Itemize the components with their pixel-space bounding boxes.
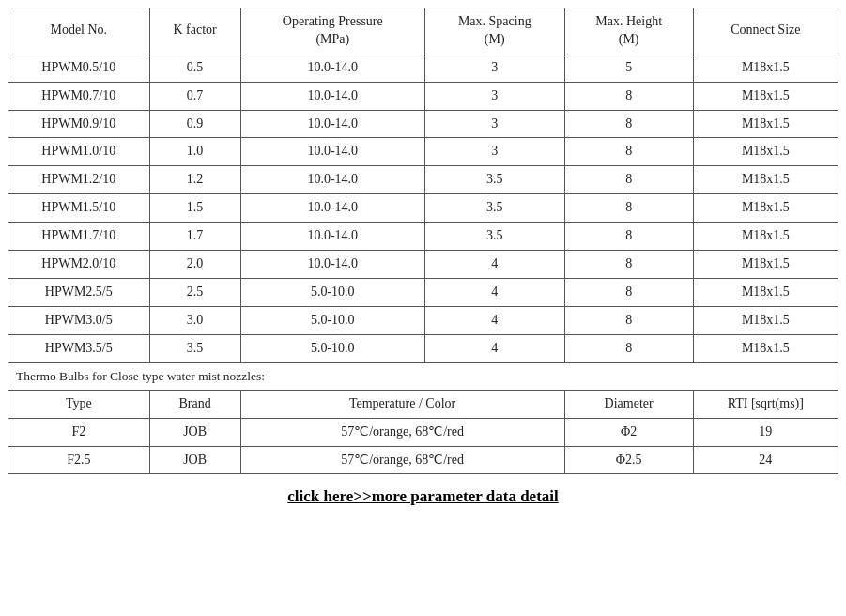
table-row: HPWM2.0/10 2.0 10.0-14.0 4 8 M18x1.5 [8,251,838,279]
cell-connect: M18x1.5 [693,54,838,82]
col-height: Max. Height(M) [564,8,693,54]
sub-cell-rti: 19 [693,418,838,446]
sub-col-temp: Temperature / Color [240,390,564,418]
cell-model: HPWM1.2/10 [8,166,150,194]
sub-col-type: Type [8,390,150,418]
cell-k: 2.0 [149,251,240,279]
table-row: HPWM1.2/10 1.2 10.0-14.0 3.5 8 M18x1.5 [8,166,838,194]
cell-k: 1.5 [149,194,240,223]
table-row: HPWM0.9/10 0.9 10.0-14.0 3 8 M18x1.5 [8,110,838,138]
cell-connect: M18x1.5 [693,110,838,138]
cell-k: 0.9 [149,110,240,138]
sub-cell-brand: JOB [149,418,240,446]
cell-pressure: 5.0-10.0 [240,306,424,334]
cell-model: HPWM3.0/5 [8,306,150,334]
sub-header-row: Type Brand Temperature / Color Diameter … [8,390,838,418]
cell-model: HPWM0.5/10 [8,54,150,82]
sub-cell-rti: 24 [693,446,838,474]
cell-model: HPWM1.0/10 [8,138,150,166]
sub-cell-brand: JOB [149,446,240,474]
cell-height: 8 [564,166,693,194]
cell-pressure: 10.0-14.0 [240,251,424,279]
cell-connect: M18x1.5 [693,251,838,279]
cell-spacing: 3.5 [424,223,564,251]
cell-spacing: 3 [424,110,564,138]
cell-k: 1.7 [149,223,240,251]
cell-height: 8 [564,278,693,306]
link-row[interactable]: click here>>more parameter data detail [8,487,838,506]
cell-height: 8 [564,251,693,279]
cell-spacing: 4 [424,334,564,362]
sub-table-row: F2.5 JOB 57℃/orange, 68℃/red Φ2.5 24 [8,446,838,474]
cell-k: 3.0 [149,306,240,334]
cell-connect: M18x1.5 [693,278,838,306]
cell-k: 0.7 [149,82,240,110]
sub-cell-type: F2.5 [8,446,150,474]
note-cell: Thermo Bulbs for Close type water mist n… [8,362,838,390]
cell-height: 8 [564,82,693,110]
cell-model: HPWM0.9/10 [8,110,150,138]
cell-connect: M18x1.5 [693,223,838,251]
cell-height: 8 [564,110,693,138]
cell-spacing: 3.5 [424,194,564,223]
cell-spacing: 3 [424,82,564,110]
cell-spacing: 3 [424,54,564,82]
cell-height: 8 [564,306,693,334]
table-row: HPWM2.5/5 2.5 5.0-10.0 4 8 M18x1.5 [8,278,838,306]
table-row: HPWM3.0/5 3.0 5.0-10.0 4 8 M18x1.5 [8,306,838,334]
header-row: Model No. K factor Operating Pressure(MP… [8,8,838,54]
more-detail-link[interactable]: click here>>more parameter data detail [287,487,558,505]
sub-cell-diameter: Φ2.5 [564,446,693,474]
cell-connect: M18x1.5 [693,306,838,334]
cell-pressure: 10.0-14.0 [240,54,424,82]
cell-model: HPWM2.0/10 [8,251,150,279]
cell-pressure: 5.0-10.0 [240,334,424,362]
table-row: HPWM1.7/10 1.7 10.0-14.0 3.5 8 M18x1.5 [8,223,838,251]
col-connect: Connect Size [693,8,838,54]
cell-pressure: 10.0-14.0 [240,223,424,251]
cell-pressure: 10.0-14.0 [240,138,424,166]
table-row: HPWM0.7/10 0.7 10.0-14.0 3 8 M18x1.5 [8,82,838,110]
cell-height: 5 [564,54,693,82]
cell-spacing: 3 [424,138,564,166]
sub-col-diameter: Diameter [564,390,693,418]
col-pressure: Operating Pressure(MPa) [240,8,424,54]
cell-connect: M18x1.5 [693,138,838,166]
cell-spacing: 4 [424,278,564,306]
cell-connect: M18x1.5 [693,166,838,194]
table-row: HPWM1.5/10 1.5 10.0-14.0 3.5 8 M18x1.5 [8,194,838,223]
sub-col-brand: Brand [149,390,240,418]
cell-connect: M18x1.5 [693,334,838,362]
cell-k: 1.2 [149,166,240,194]
col-kfactor: K factor [149,8,240,54]
sub-cell-diameter: Φ2 [564,418,693,446]
cell-model: HPWM0.7/10 [8,82,150,110]
table-row: HPWM0.5/10 0.5 10.0-14.0 3 5 M18x1.5 [8,54,838,82]
sub-cell-type: F2 [8,418,150,446]
sub-table-row: F2 JOB 57℃/orange, 68℃/red Φ2 19 [8,418,838,446]
cell-height: 8 [564,334,693,362]
cell-height: 8 [564,194,693,223]
note-row: Thermo Bulbs for Close type water mist n… [8,362,838,390]
cell-model: HPWM1.7/10 [8,223,150,251]
cell-height: 8 [564,138,693,166]
cell-pressure: 10.0-14.0 [240,166,424,194]
cell-spacing: 4 [424,306,564,334]
cell-connect: M18x1.5 [693,194,838,223]
main-table: Model No. K factor Operating Pressure(MP… [8,8,838,474]
sub-cell-temp: 57℃/orange, 68℃/red [240,418,564,446]
cell-spacing: 3.5 [424,166,564,194]
sub-col-rti: RTI [sqrt(ms)] [693,390,838,418]
sub-cell-temp: 57℃/orange, 68℃/red [240,446,564,474]
cell-k: 3.5 [149,334,240,362]
cell-pressure: 10.0-14.0 [240,82,424,110]
cell-model: HPWM2.5/5 [8,278,150,306]
cell-height: 8 [564,223,693,251]
cell-k: 0.5 [149,54,240,82]
cell-spacing: 4 [424,251,564,279]
cell-k: 1.0 [149,138,240,166]
table-row: HPWM3.5/5 3.5 5.0-10.0 4 8 M18x1.5 [8,334,838,362]
cell-model: HPWM3.5/5 [8,334,150,362]
cell-connect: M18x1.5 [693,82,838,110]
cell-pressure: 5.0-10.0 [240,278,424,306]
